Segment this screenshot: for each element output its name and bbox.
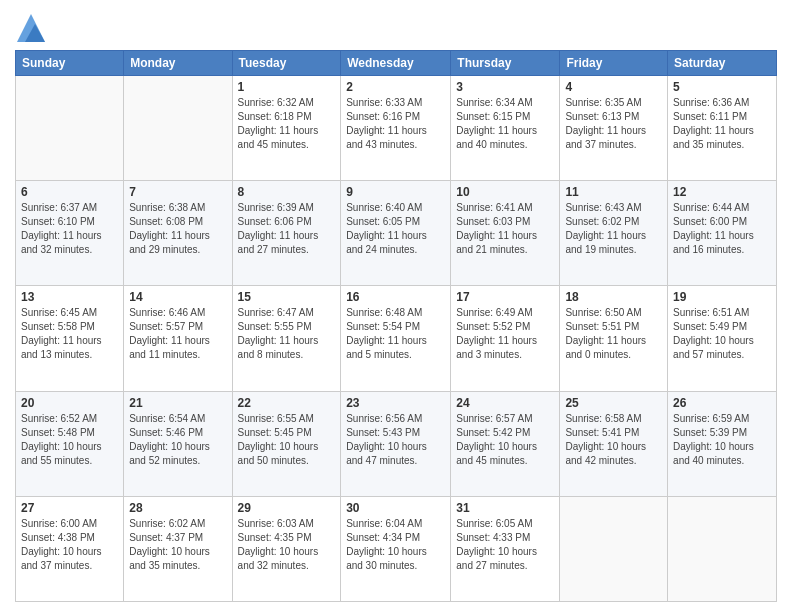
calendar-cell: 27Sunrise: 6:00 AM Sunset: 4:38 PM Dayli… xyxy=(16,496,124,601)
week-row-3: 13Sunrise: 6:45 AM Sunset: 5:58 PM Dayli… xyxy=(16,286,777,391)
calendar-cell: 2Sunrise: 6:33 AM Sunset: 6:16 PM Daylig… xyxy=(341,76,451,181)
calendar-cell: 13Sunrise: 6:45 AM Sunset: 5:58 PM Dayli… xyxy=(16,286,124,391)
calendar-cell: 30Sunrise: 6:04 AM Sunset: 4:34 PM Dayli… xyxy=(341,496,451,601)
day-number: 24 xyxy=(456,396,554,410)
calendar-cell: 9Sunrise: 6:40 AM Sunset: 6:05 PM Daylig… xyxy=(341,181,451,286)
day-info: Sunrise: 6:37 AM Sunset: 6:10 PM Dayligh… xyxy=(21,201,118,257)
day-info: Sunrise: 6:45 AM Sunset: 5:58 PM Dayligh… xyxy=(21,306,118,362)
calendar-cell: 18Sunrise: 6:50 AM Sunset: 5:51 PM Dayli… xyxy=(560,286,668,391)
day-info: Sunrise: 6:34 AM Sunset: 6:15 PM Dayligh… xyxy=(456,96,554,152)
day-info: Sunrise: 6:43 AM Sunset: 6:02 PM Dayligh… xyxy=(565,201,662,257)
logo-icon xyxy=(17,14,45,42)
day-number: 27 xyxy=(21,501,118,515)
day-info: Sunrise: 6:48 AM Sunset: 5:54 PM Dayligh… xyxy=(346,306,445,362)
week-row-1: 1Sunrise: 6:32 AM Sunset: 6:18 PM Daylig… xyxy=(16,76,777,181)
day-info: Sunrise: 6:03 AM Sunset: 4:35 PM Dayligh… xyxy=(238,517,336,573)
day-number: 12 xyxy=(673,185,771,199)
col-header-friday: Friday xyxy=(560,51,668,76)
calendar-cell: 7Sunrise: 6:38 AM Sunset: 6:08 PM Daylig… xyxy=(124,181,232,286)
day-info: Sunrise: 6:38 AM Sunset: 6:08 PM Dayligh… xyxy=(129,201,226,257)
week-row-2: 6Sunrise: 6:37 AM Sunset: 6:10 PM Daylig… xyxy=(16,181,777,286)
calendar-cell xyxy=(16,76,124,181)
week-row-4: 20Sunrise: 6:52 AM Sunset: 5:48 PM Dayli… xyxy=(16,391,777,496)
day-number: 5 xyxy=(673,80,771,94)
day-number: 1 xyxy=(238,80,336,94)
day-info: Sunrise: 6:33 AM Sunset: 6:16 PM Dayligh… xyxy=(346,96,445,152)
day-number: 7 xyxy=(129,185,226,199)
calendar-cell: 24Sunrise: 6:57 AM Sunset: 5:42 PM Dayli… xyxy=(451,391,560,496)
day-info: Sunrise: 6:04 AM Sunset: 4:34 PM Dayligh… xyxy=(346,517,445,573)
day-number: 18 xyxy=(565,290,662,304)
calendar-cell: 22Sunrise: 6:55 AM Sunset: 5:45 PM Dayli… xyxy=(232,391,341,496)
day-info: Sunrise: 6:58 AM Sunset: 5:41 PM Dayligh… xyxy=(565,412,662,468)
day-info: Sunrise: 6:46 AM Sunset: 5:57 PM Dayligh… xyxy=(129,306,226,362)
day-number: 22 xyxy=(238,396,336,410)
day-info: Sunrise: 6:52 AM Sunset: 5:48 PM Dayligh… xyxy=(21,412,118,468)
calendar-table: SundayMondayTuesdayWednesdayThursdayFrid… xyxy=(15,50,777,602)
day-number: 17 xyxy=(456,290,554,304)
day-number: 8 xyxy=(238,185,336,199)
day-number: 14 xyxy=(129,290,226,304)
header-row: SundayMondayTuesdayWednesdayThursdayFrid… xyxy=(16,51,777,76)
day-info: Sunrise: 6:54 AM Sunset: 5:46 PM Dayligh… xyxy=(129,412,226,468)
day-number: 11 xyxy=(565,185,662,199)
day-number: 2 xyxy=(346,80,445,94)
day-info: Sunrise: 6:44 AM Sunset: 6:00 PM Dayligh… xyxy=(673,201,771,257)
logo xyxy=(15,14,45,42)
day-number: 30 xyxy=(346,501,445,515)
calendar-cell: 14Sunrise: 6:46 AM Sunset: 5:57 PM Dayli… xyxy=(124,286,232,391)
day-number: 9 xyxy=(346,185,445,199)
day-number: 29 xyxy=(238,501,336,515)
col-header-monday: Monday xyxy=(124,51,232,76)
calendar-cell xyxy=(560,496,668,601)
day-number: 26 xyxy=(673,396,771,410)
day-number: 31 xyxy=(456,501,554,515)
col-header-sunday: Sunday xyxy=(16,51,124,76)
calendar-cell: 10Sunrise: 6:41 AM Sunset: 6:03 PM Dayli… xyxy=(451,181,560,286)
calendar-cell: 25Sunrise: 6:58 AM Sunset: 5:41 PM Dayli… xyxy=(560,391,668,496)
calendar-cell: 19Sunrise: 6:51 AM Sunset: 5:49 PM Dayli… xyxy=(668,286,777,391)
day-number: 28 xyxy=(129,501,226,515)
calendar-cell: 12Sunrise: 6:44 AM Sunset: 6:00 PM Dayli… xyxy=(668,181,777,286)
day-info: Sunrise: 6:05 AM Sunset: 4:33 PM Dayligh… xyxy=(456,517,554,573)
calendar-cell: 4Sunrise: 6:35 AM Sunset: 6:13 PM Daylig… xyxy=(560,76,668,181)
col-header-thursday: Thursday xyxy=(451,51,560,76)
day-info: Sunrise: 6:56 AM Sunset: 5:43 PM Dayligh… xyxy=(346,412,445,468)
day-info: Sunrise: 6:59 AM Sunset: 5:39 PM Dayligh… xyxy=(673,412,771,468)
calendar-cell: 28Sunrise: 6:02 AM Sunset: 4:37 PM Dayli… xyxy=(124,496,232,601)
calendar-cell: 29Sunrise: 6:03 AM Sunset: 4:35 PM Dayli… xyxy=(232,496,341,601)
day-number: 4 xyxy=(565,80,662,94)
calendar-cell: 31Sunrise: 6:05 AM Sunset: 4:33 PM Dayli… xyxy=(451,496,560,601)
day-number: 19 xyxy=(673,290,771,304)
calendar-cell: 3Sunrise: 6:34 AM Sunset: 6:15 PM Daylig… xyxy=(451,76,560,181)
day-info: Sunrise: 6:41 AM Sunset: 6:03 PM Dayligh… xyxy=(456,201,554,257)
day-info: Sunrise: 6:49 AM Sunset: 5:52 PM Dayligh… xyxy=(456,306,554,362)
day-info: Sunrise: 6:39 AM Sunset: 6:06 PM Dayligh… xyxy=(238,201,336,257)
calendar-cell: 6Sunrise: 6:37 AM Sunset: 6:10 PM Daylig… xyxy=(16,181,124,286)
day-info: Sunrise: 6:36 AM Sunset: 6:11 PM Dayligh… xyxy=(673,96,771,152)
calendar-cell: 21Sunrise: 6:54 AM Sunset: 5:46 PM Dayli… xyxy=(124,391,232,496)
day-info: Sunrise: 6:35 AM Sunset: 6:13 PM Dayligh… xyxy=(565,96,662,152)
day-number: 15 xyxy=(238,290,336,304)
day-number: 25 xyxy=(565,396,662,410)
col-header-saturday: Saturday xyxy=(668,51,777,76)
day-info: Sunrise: 6:40 AM Sunset: 6:05 PM Dayligh… xyxy=(346,201,445,257)
day-number: 20 xyxy=(21,396,118,410)
header xyxy=(15,10,777,42)
calendar-cell xyxy=(124,76,232,181)
calendar-cell: 5Sunrise: 6:36 AM Sunset: 6:11 PM Daylig… xyxy=(668,76,777,181)
day-number: 6 xyxy=(21,185,118,199)
day-number: 10 xyxy=(456,185,554,199)
day-info: Sunrise: 6:57 AM Sunset: 5:42 PM Dayligh… xyxy=(456,412,554,468)
col-header-tuesday: Tuesday xyxy=(232,51,341,76)
page: SundayMondayTuesdayWednesdayThursdayFrid… xyxy=(0,0,792,612)
calendar-cell: 16Sunrise: 6:48 AM Sunset: 5:54 PM Dayli… xyxy=(341,286,451,391)
week-row-5: 27Sunrise: 6:00 AM Sunset: 4:38 PM Dayli… xyxy=(16,496,777,601)
day-number: 21 xyxy=(129,396,226,410)
calendar-cell xyxy=(668,496,777,601)
day-number: 13 xyxy=(21,290,118,304)
day-info: Sunrise: 6:51 AM Sunset: 5:49 PM Dayligh… xyxy=(673,306,771,362)
day-number: 3 xyxy=(456,80,554,94)
day-info: Sunrise: 6:00 AM Sunset: 4:38 PM Dayligh… xyxy=(21,517,118,573)
calendar-cell: 23Sunrise: 6:56 AM Sunset: 5:43 PM Dayli… xyxy=(341,391,451,496)
